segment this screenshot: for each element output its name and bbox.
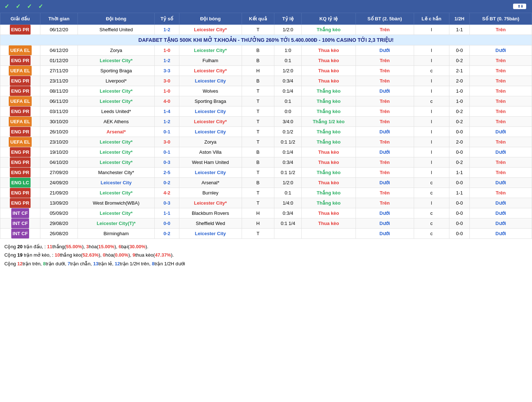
cell-date: 27/09/20	[40, 168, 78, 178]
cell-league: INT CF	[0, 218, 40, 229]
table-row: ENG PR03/11/20Leeds United*1-4Leicester …	[0, 106, 532, 117]
matches-table: Giải đấu Thời gian Đội bóng Tỷ số Đội bó…	[0, 13, 532, 239]
cell-half: 0-2	[449, 106, 469, 117]
cell-odds: 0:1/2	[274, 127, 302, 137]
cell-team2: Leicester City	[179, 127, 242, 137]
cell-bt25: Dưới	[356, 86, 414, 96]
cell-bt25: Trên	[356, 168, 414, 178]
cell-result: B	[242, 56, 274, 66]
cell-team1: Birmingham	[78, 229, 154, 239]
cell-score: 0-0	[155, 218, 179, 229]
count-input-box[interactable]: ⬆⬇	[513, 4, 526, 9]
cell-half: 2-0	[449, 137, 469, 147]
table-row: ENG PR08/11/20Leicester City*1-0WolvesT0…	[0, 86, 532, 96]
cell-kq-odds: Thua kèo	[302, 147, 356, 157]
cell-date: 06/11/20	[40, 96, 78, 106]
table-header-row: Giải đấu Thời gian Đội bóng Tỷ số Đội bó…	[0, 13, 532, 25]
cell-score: 0-2	[155, 229, 179, 239]
col-bt075: Số BT (0. 75bàn)	[470, 13, 532, 25]
cell-team2: Wolves	[179, 86, 242, 96]
cell-result: T	[242, 86, 274, 96]
cell-bt25: Trên	[356, 66, 414, 76]
cell-league: INT CF	[0, 208, 40, 218]
cell-team2: Aston Villa	[179, 147, 242, 157]
cell-half: 1-1	[449, 188, 469, 198]
cell-odds: 1/2:0	[274, 178, 302, 188]
cell-result: T	[242, 198, 274, 208]
cell-kq-odds: Thua kèo	[302, 218, 356, 229]
cell-team1: AEK Athens	[78, 117, 154, 127]
cell-bt25: Trên	[356, 76, 414, 86]
filter-bar: ✓ ✓ ✓ ✓ ⬆⬇	[4, 3, 528, 10]
table-row: ENG PR04/10/20Leicester City*0-3West Ham…	[0, 157, 532, 168]
cell-team2: West Ham United	[179, 157, 242, 168]
ad-banner[interactable]: DAFABET TẶNG 500K KHI MỞ T.KHOẢN - THƯỞN…	[0, 35, 532, 45]
cell-le-han: l	[414, 56, 449, 66]
cell-date: 23/11/20	[40, 76, 78, 86]
table-row: ENG PR13/09/20West Bromwich(WBA)0-3Leice…	[0, 198, 532, 208]
cell-team1: Leeds United*	[78, 106, 154, 117]
cell-score: 1-4	[155, 106, 179, 117]
cell-half: 1-0	[449, 96, 469, 106]
cell-odds: 0:3/4	[274, 157, 302, 168]
filter-int-cf[interactable]: ✓	[38, 3, 44, 10]
cell-result: T	[242, 168, 274, 178]
cell-bt25: Dưới	[356, 229, 414, 239]
cell-bt075: Dưới	[470, 178, 532, 188]
cell-le-han: c	[414, 178, 449, 188]
filter-eng-lc[interactable]: ✓	[27, 3, 33, 10]
cell-league: ENG PR	[0, 198, 40, 208]
cell-bt075: Dưới	[470, 147, 532, 157]
cell-bt075: Trên	[470, 188, 532, 198]
table-row: ENG PR19/10/20Leicester City*0-1Aston Vi…	[0, 147, 532, 157]
cell-league: ENG PR	[0, 56, 40, 66]
cell-result: B	[242, 147, 274, 157]
cell-team1: Leicester City*	[78, 96, 154, 106]
col-team1: Đội bóng	[78, 13, 154, 25]
cell-half: 1-1	[449, 25, 469, 35]
cell-odds: 0:1 1/4	[274, 218, 302, 229]
cell-odds: 0:1	[274, 96, 302, 106]
cell-le-han: l	[414, 117, 449, 127]
cell-score: 3-0	[155, 137, 179, 147]
cell-result: T	[242, 137, 274, 147]
cell-league: ENG PR	[0, 76, 40, 86]
cell-bt25: Trên	[356, 106, 414, 117]
cell-team2: Leicester City	[179, 168, 242, 178]
filter-eng-pr[interactable]: ✓	[4, 3, 11, 10]
header-bar: ✓ ✓ ✓ ✓ ⬆⬇	[0, 0, 532, 13]
cell-odds: 0:1 1/2	[274, 168, 302, 178]
table-row: UEFA EL23/10/20Leicester City*3-0ZoryaT0…	[0, 137, 532, 147]
cell-kq-odds: Thua kèo	[302, 56, 356, 66]
cell-kq-odds: Thắng kèo	[302, 96, 356, 106]
cell-score: 3-3	[155, 66, 179, 76]
filter-uefa-el[interactable]: ✓	[16, 3, 22, 10]
table-row: DAFABET TẶNG 500K KHI MỞ T.KHOẢN - THƯỞN…	[0, 35, 532, 45]
cell-bt075: Trên	[470, 137, 532, 147]
cell-bt075: Trên	[470, 66, 532, 76]
cell-kq-odds: Thắng kèo	[302, 168, 356, 178]
cell-team1: Leicester City*	[78, 157, 154, 168]
cell-team2: Zorya	[179, 137, 242, 147]
col-result: Kết quả	[242, 13, 274, 25]
cell-team2: Leicester City	[179, 106, 242, 117]
table-row: UEFA EL06/11/20Leicester City*4-0Sportin…	[0, 96, 532, 106]
cell-le-han: c	[414, 96, 449, 106]
cell-kq-odds: Thua kèo	[302, 208, 356, 218]
cell-date: 27/11/20	[40, 66, 78, 76]
cell-half: 0-0	[449, 147, 469, 157]
col-kq-odds: KQ tỷ lệ	[302, 13, 356, 25]
cell-result: T	[242, 25, 274, 35]
cell-team1: Manchester City*	[78, 168, 154, 178]
table-row: ENG LC24/09/20Leicester City0-2Arsenal*B…	[0, 178, 532, 188]
col-date: Thời gian	[40, 13, 78, 25]
col-score: Tỷ số	[155, 13, 179, 25]
cell-odds: 0:1/4	[274, 147, 302, 157]
cell-team2: Blackburn Rovers	[179, 208, 242, 218]
cell-team1: Leicester City*	[78, 147, 154, 157]
cell-result: T	[242, 127, 274, 137]
cell-league: ENG LC	[0, 178, 40, 188]
cell-bt25: Trên	[356, 188, 414, 198]
cell-bt075: Trên	[470, 117, 532, 127]
cell-le-han: l	[414, 25, 449, 35]
